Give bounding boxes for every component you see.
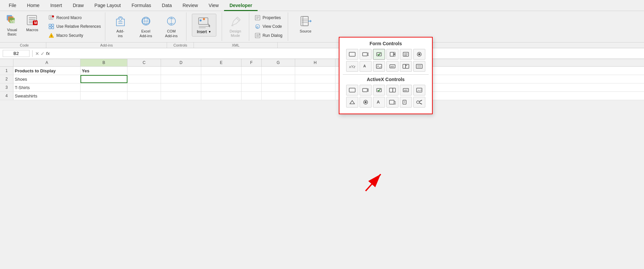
form-control-textbox[interactable]: abl: [386, 61, 398, 72]
svg-rect-91: [393, 88, 395, 92]
tab-page-layout[interactable]: Page Layout: [89, 0, 126, 11]
col-header-h[interactable]: H: [295, 59, 335, 66]
cell-c1[interactable]: [127, 67, 161, 75]
use-relative-button[interactable]: Use Relative References: [47, 23, 102, 30]
cell-c4[interactable]: [127, 92, 161, 100]
xml-group-label: XML: [194, 43, 278, 48]
cell-b3[interactable]: [80, 83, 127, 91]
cell-d2[interactable]: [161, 75, 201, 83]
cell-d1[interactable]: [161, 67, 201, 75]
use-relative-label: Use Relative References: [56, 24, 101, 29]
svg-text:Q: Q: [256, 25, 258, 28]
excel-add-ins-button[interactable]: ExcelAdd-ins: [137, 14, 155, 39]
svg-rect-88: [367, 88, 369, 92]
add-ins-button[interactable]: Add-ins: [111, 14, 130, 39]
cell-h4[interactable]: [295, 92, 335, 100]
cell-c3[interactable]: [127, 83, 161, 91]
tab-developer[interactable]: Developer: [224, 0, 258, 11]
cell-g1[interactable]: [262, 67, 295, 75]
cell-e1[interactable]: [201, 67, 241, 75]
cell-g2[interactable]: [262, 75, 295, 83]
form-control-spinbutton[interactable]: ▲▼: [386, 49, 398, 60]
form-control-scrollbar[interactable]: [400, 61, 412, 72]
cell-a4[interactable]: Sweatshirts: [13, 92, 80, 100]
form-control-groupbox[interactable]: A: [360, 61, 372, 72]
cell-b4[interactable]: [80, 92, 127, 100]
form-control-listbox[interactable]: [400, 49, 412, 60]
cell-e4[interactable]: [201, 92, 241, 100]
tab-formulas[interactable]: Formulas: [126, 0, 156, 11]
col-header-a[interactable]: A: [13, 59, 80, 66]
cell-b1[interactable]: Yes: [80, 67, 127, 75]
cancel-icon[interactable]: ✕: [35, 51, 39, 56]
col-header-g[interactable]: G: [262, 59, 295, 66]
activex-checkbox[interactable]: [373, 85, 385, 95]
cell-g4[interactable]: [262, 92, 295, 100]
form-control-combobox[interactable]: ▼: [360, 49, 372, 60]
tab-view[interactable]: View: [203, 0, 224, 11]
form-control-extra[interactable]: [413, 61, 425, 72]
cell-d4[interactable]: [161, 92, 201, 100]
activex-combobox[interactable]: [360, 85, 372, 95]
activex-textbox[interactable]: abl: [400, 85, 412, 95]
col-header-d[interactable]: D: [161, 59, 201, 66]
visual-basic-button[interactable]: VB VisualBasic: [3, 12, 21, 38]
tab-data[interactable]: Data: [157, 0, 177, 11]
activex-label[interactable]: A: [373, 97, 385, 108]
form-control-label[interactable]: xYz: [346, 61, 358, 72]
com-add-ins-button[interactable]: COMAdd-ins: [162, 14, 181, 39]
activex-image[interactable]: [413, 85, 425, 95]
view-code-button[interactable]: Q View Code: [253, 23, 284, 30]
macro-security-button[interactable]: ! Macro Security: [47, 32, 102, 39]
cell-e2[interactable]: [201, 75, 241, 83]
source-button[interactable]: Source: [296, 14, 315, 35]
cell-e3[interactable]: [201, 83, 241, 91]
insert-button[interactable]: Insert ▼: [192, 14, 216, 37]
svg-rect-87: [363, 88, 367, 92]
cell-c2[interactable]: [127, 75, 161, 83]
tab-home[interactable]: Home: [22, 0, 45, 11]
form-control-radiobutton[interactable]: [413, 49, 425, 60]
macros-button[interactable]: M Macros: [23, 12, 42, 33]
tab-insert[interactable]: Insert: [45, 0, 67, 11]
form-control-button[interactable]: [346, 49, 358, 60]
cell-a2[interactable]: Shoes: [13, 75, 80, 83]
cell-h2[interactable]: [295, 75, 335, 83]
col-header-e[interactable]: E: [201, 59, 241, 66]
tab-file[interactable]: File: [3, 0, 22, 11]
col-header-b[interactable]: B: [80, 59, 127, 66]
cell-a3[interactable]: T-Shirts: [13, 83, 80, 91]
cell-f2[interactable]: [241, 75, 262, 83]
activex-button[interactable]: [346, 85, 358, 95]
cell-f1[interactable]: [241, 67, 262, 75]
activex-extra2[interactable]: [400, 97, 412, 108]
form-control-checkbox[interactable]: [373, 49, 385, 60]
confirm-icon[interactable]: ✓: [41, 51, 45, 56]
activex-radiobutton[interactable]: [360, 97, 372, 108]
tab-draw[interactable]: Draw: [67, 0, 89, 11]
properties-button[interactable]: Properties: [253, 14, 284, 21]
cell-g3[interactable]: [262, 83, 295, 91]
record-macro-button[interactable]: Record Macro: [47, 14, 102, 21]
form-control-image[interactable]: [373, 61, 385, 72]
svg-rect-90: [389, 88, 393, 92]
cell-d3[interactable]: [161, 83, 201, 91]
activex-extra1[interactable]: [386, 97, 398, 108]
cell-b2[interactable]: [80, 75, 127, 83]
activex-listbox[interactable]: [386, 85, 398, 95]
tab-review[interactable]: Review: [177, 0, 203, 11]
cell-h3[interactable]: [295, 83, 335, 91]
activex-tools[interactable]: [413, 97, 425, 108]
cell-reference-input[interactable]: [3, 50, 30, 57]
cell-f4[interactable]: [241, 92, 262, 100]
fx-icon[interactable]: fx: [46, 51, 50, 56]
col-header-c[interactable]: C: [127, 59, 161, 66]
run-dialog-button[interactable]: Run Dialog: [253, 32, 284, 39]
cell-f3[interactable]: [241, 83, 262, 91]
col-header-f[interactable]: F: [241, 59, 262, 66]
cell-h1[interactable]: [295, 67, 335, 75]
activex-spinbutton[interactable]: [346, 97, 358, 108]
cell-a1[interactable]: Products to Display: [13, 67, 80, 75]
svg-text:A: A: [377, 99, 380, 105]
design-mode-button[interactable]: DesignMode: [226, 14, 245, 39]
